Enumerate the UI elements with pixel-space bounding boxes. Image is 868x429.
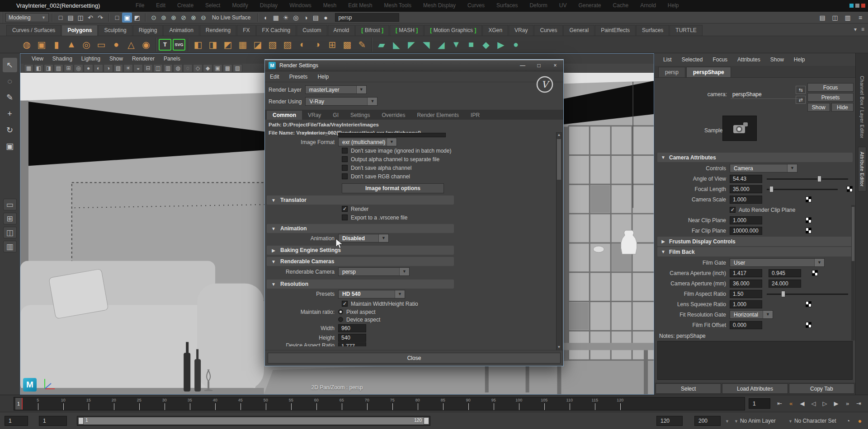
section-frustum-display-controls[interactable]: ▶Frustum Display Controls	[657, 237, 853, 246]
step-back-frame-button[interactable]: ◀	[797, 397, 808, 410]
dialog-menu-help[interactable]: Help	[312, 74, 334, 80]
dialog-tab-common[interactable]: Common	[267, 111, 302, 120]
lens-squeeze-ratio-map-button[interactable]	[806, 301, 811, 307]
pencil-curve-icon[interactable]: ●	[509, 38, 523, 51]
minimize-button[interactable]: —	[514, 60, 531, 71]
shelf-tab-custom[interactable]: Custom	[297, 25, 327, 36]
close-dialog-button[interactable]: Close	[268, 353, 561, 364]
dialog-tab-gi[interactable]: GI	[327, 111, 344, 120]
vp-multisample-icon[interactable]: ▥	[163, 64, 173, 72]
ae-tab-persp[interactable]: persp	[658, 67, 685, 77]
maximize-button[interactable]: □	[531, 60, 547, 71]
copy-tab-button[interactable]: Copy Tab	[789, 383, 854, 394]
film-gate-dropdown[interactable]: User▼	[730, 258, 825, 267]
shelf-tab-curves[interactable]: Curves	[534, 25, 563, 36]
maintain-ratio-checkbox[interactable]: ✓	[342, 301, 348, 307]
dialog-tab-vray[interactable]: VRay	[302, 111, 327, 120]
viewport-menu-renderer[interactable]: Renderer	[128, 56, 159, 62]
vp-select-camera-icon[interactable]: ▦	[24, 64, 33, 72]
vp-joints-xray-icon[interactable]: ◆	[203, 64, 212, 72]
live-surface-label[interactable]: No Live Surface	[212, 14, 250, 21]
load-attributes-button[interactable]: Load Attributes	[722, 383, 788, 394]
menubar-item[interactable]: Help	[668, 2, 679, 9]
shelf-tab-surfaces[interactable]: Surfaces	[636, 25, 669, 36]
shelf-tab-rendering[interactable]: Rendering	[200, 25, 236, 36]
snap-grid-icon[interactable]: ⊙	[149, 13, 159, 23]
select-hierarchy-icon[interactable]: □	[112, 13, 122, 23]
vp-2d-pan-zoom-icon[interactable]: ◎	[74, 64, 83, 72]
shelf-tab-polygons[interactable]: Polygons	[61, 25, 98, 36]
step-forward-frame-button[interactable]: ▶	[830, 397, 842, 410]
ae-menu-attributes[interactable]: Attributes	[733, 56, 764, 63]
symmetrize-icon[interactable]: ◑	[311, 38, 324, 51]
layout-single-pane[interactable]: ▭	[3, 199, 17, 210]
light-editor-icon[interactable]: ▤	[311, 13, 321, 23]
viewport-menu-panels[interactable]: Panels	[160, 56, 184, 62]
section-resolution[interactable]: ▼ Resolution	[267, 280, 454, 289]
shelf-tab-xgen[interactable]: XGen	[482, 25, 508, 36]
window-control-icon[interactable]	[861, 4, 865, 8]
shelf-tab-curves-surfaces[interactable]: Curves / Surfaces	[6, 25, 61, 36]
grid-fill-icon[interactable]: ⊞	[326, 38, 339, 51]
menubar-item[interactable]: File	[136, 2, 144, 9]
crease-icon[interactable]: ◣	[390, 38, 403, 51]
animation-dropdown[interactable]: Disabled▼	[338, 234, 389, 242]
controls-dropdown[interactable]: Camera▼	[730, 164, 797, 173]
menubar-item[interactable]: Generate	[578, 2, 601, 9]
menubar-item[interactable]: Windows	[289, 2, 311, 9]
shelf-tab-painteffects[interactable]: PaintEffects	[595, 25, 636, 36]
shelf-tab-vray[interactable]: VRay	[509, 25, 533, 36]
shelf-menu-icon[interactable]: ▾	[854, 26, 857, 33]
fit-resolution-gate-dropdown[interactable]: Horizontal▼	[730, 310, 773, 319]
scale-tool[interactable]: ▣	[3, 139, 17, 154]
shelf-tab-turtle[interactable]: TURTLE	[670, 25, 702, 36]
step-forward-key-button[interactable]: »	[842, 397, 853, 410]
snap-plane-icon[interactable]: ⊘	[179, 13, 189, 23]
channelbox-toggle-icon[interactable]: ◫	[830, 13, 840, 23]
ae-menu-list[interactable]: List	[659, 56, 676, 63]
shelf-tab-sculpting[interactable]: Sculpting	[98, 25, 132, 36]
render-current-icon[interactable]: ▦	[271, 13, 281, 23]
go-to-start-button[interactable]: ⇤	[774, 397, 785, 410]
step-back-key-button[interactable]: «	[785, 397, 797, 410]
sculpt-icon[interactable]: ◆	[479, 38, 493, 51]
snap-surface-icon[interactable]: ⊗	[189, 13, 198, 23]
node-history-icon[interactable]: ⇄	[796, 96, 806, 104]
dialog-scrollbar[interactable]: ▲ ▼	[556, 132, 562, 351]
paint-effects-icon[interactable]: ●	[321, 13, 330, 23]
render-settings-icon[interactable]: ◎	[291, 13, 301, 23]
menubar-item[interactable]: Curves	[467, 2, 485, 9]
animation-end-field[interactable]: 200	[694, 416, 721, 426]
hide-button[interactable]: Hide	[831, 103, 854, 112]
bridge-icon[interactable]: ▧	[266, 38, 279, 51]
menubar-item[interactable]: Display	[260, 2, 278, 9]
focal-length-input[interactable]: 35.000	[730, 185, 762, 193]
vp-xray-icon[interactable]: ◇	[193, 64, 203, 72]
slider-handle[interactable]	[781, 291, 785, 297]
lattice-icon[interactable]: ▼	[449, 38, 463, 51]
image-format-options-button[interactable]: Image format options	[342, 183, 444, 193]
device-aspect-ratio-input[interactable]: 1.777	[338, 342, 366, 346]
workspace-icon[interactable]: ≡	[855, 13, 865, 23]
play-forwards-button[interactable]: ▷	[819, 397, 830, 410]
layout-outliner-pane[interactable]: ▥	[3, 241, 17, 252]
vp-image-plane-icon[interactable]: ⊞	[64, 64, 73, 72]
resolution-presets-dropdown[interactable]: HD 540▼	[338, 290, 405, 298]
sidebar-tab-attribute-editor[interactable]: Attribute Editor	[858, 147, 866, 191]
play-backwards-button[interactable]: ◁	[808, 397, 819, 410]
select-object-icon[interactable]: ▣	[122, 13, 132, 23]
menubar-item[interactable]: Arnold	[640, 2, 656, 9]
section-renderable-cameras[interactable]: ▼ Renderable Cameras	[267, 257, 454, 266]
rotate-tool[interactable]: ↻	[3, 123, 17, 137]
curve-warp-icon[interactable]: ◢	[434, 38, 448, 51]
poly-cone-icon[interactable]: ▲	[65, 38, 78, 51]
camera-aperture-mm--input-2[interactable]: 24.000	[769, 280, 801, 288]
scroll-up-icon[interactable]: ▲	[557, 133, 561, 138]
snap-point-icon[interactable]: ⊛	[169, 13, 179, 23]
poly-torus-icon[interactable]: ◎	[80, 38, 93, 51]
close-button[interactable]: ×	[547, 60, 563, 71]
anim-prefs-icon[interactable]: ◔	[844, 416, 853, 425]
presets-button[interactable]: Presets	[807, 93, 854, 102]
menubar-item[interactable]: UV	[559, 2, 567, 9]
layout-four-pane[interactable]: ⊞	[3, 213, 17, 224]
